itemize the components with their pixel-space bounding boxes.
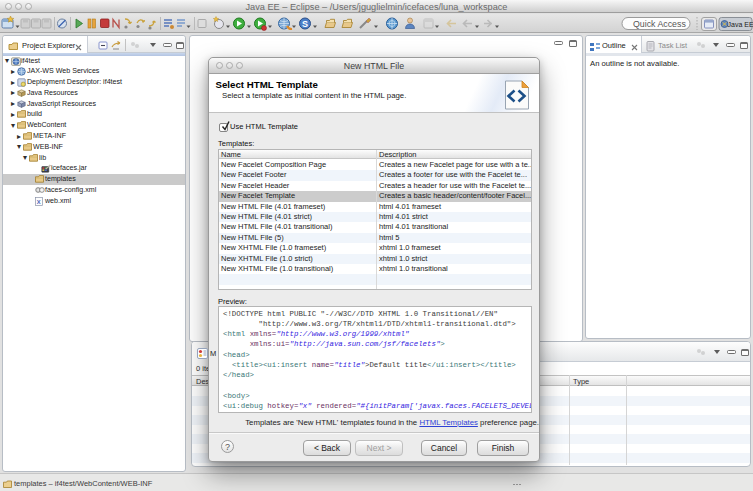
svg-text:Java EE: Java EE: [728, 21, 753, 28]
svg-text:S: S: [302, 19, 308, 29]
svg-text:Quick Access: Quick Access: [633, 19, 686, 29]
svg-text:X: X: [37, 199, 41, 205]
